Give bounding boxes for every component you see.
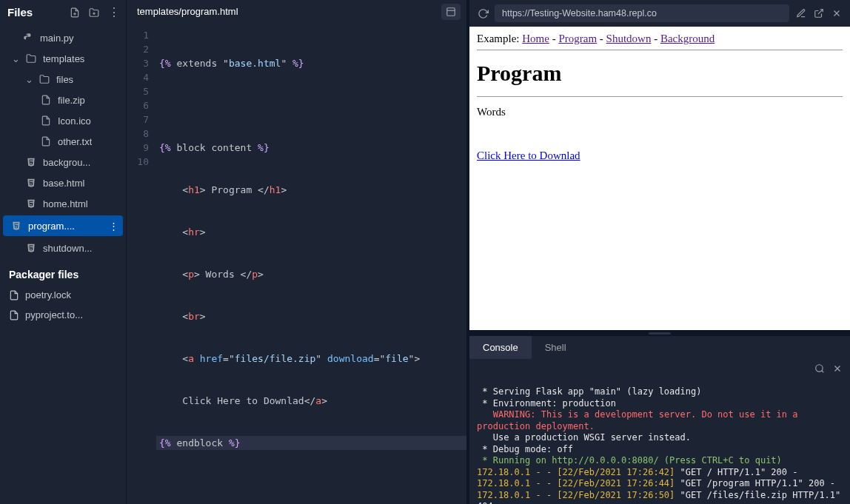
file-label: program....	[28, 221, 75, 232]
packager-header: Packager files	[0, 261, 126, 285]
browser-viewport: Example: Home - Program - Shutdown - Bac…	[469, 27, 850, 330]
new-folder-icon[interactable]	[89, 7, 99, 18]
file-icon	[9, 290, 19, 300]
editor-panel: templates/program.html 12345678910 {% ex…	[126, 0, 466, 504]
file-label: main.py	[40, 33, 74, 44]
file-file-zip[interactable]: file.zip	[0, 90, 126, 110]
python-icon	[22, 32, 34, 44]
svg-point-9	[816, 365, 823, 372]
hr	[477, 96, 843, 97]
example-label: Example:	[477, 33, 522, 44]
file-label: shutdown...	[43, 243, 93, 254]
file-base-html[interactable]: base.html	[0, 172, 126, 193]
file-program-html[interactable]: program.... ⋮	[3, 215, 123, 236]
download-link[interactable]: Click Here to Downlad	[477, 149, 580, 161]
tab-console[interactable]: Console	[469, 336, 532, 359]
line-gutter: 12345678910	[127, 24, 156, 504]
link-program[interactable]: Program	[558, 33, 597, 44]
tab-shell[interactable]: Shell	[532, 336, 580, 359]
file-label: pyproject.to...	[25, 309, 83, 320]
html-icon	[25, 242, 37, 254]
folder-icon	[25, 53, 37, 64]
console-output[interactable]: * Serving Flask app "main" (lazy loading…	[469, 359, 850, 504]
more-icon[interactable]: ⋮	[108, 7, 118, 18]
editor-tab[interactable]: templates/program.html	[127, 0, 249, 24]
page-heading: Program	[477, 61, 843, 86]
file-background-html[interactable]: backgrou...	[0, 152, 126, 172]
svg-line-10	[822, 371, 824, 373]
page-text: Words	[477, 106, 843, 118]
folder-templates[interactable]: ⌄ templates	[0, 48, 126, 69]
file-sidebar: Files ⋮ main.py ⌄ templates ⌄ files	[0, 0, 126, 504]
svg-line-6	[818, 10, 823, 14]
edit-url-icon[interactable]	[795, 7, 807, 19]
svg-rect-4	[447, 8, 455, 16]
link-home[interactable]: Home	[522, 33, 549, 44]
folder-label: files	[56, 74, 73, 85]
file-label: poetry.lock	[25, 289, 71, 300]
packager-poetry-lock[interactable]: poetry.lock	[0, 285, 126, 305]
file-label: file.zip	[58, 95, 85, 106]
file-more-icon[interactable]: ⋮	[109, 221, 118, 232]
file-label: backgrou...	[43, 157, 90, 168]
file-label: Icon.ico	[58, 115, 91, 127]
file-label: other.txt	[58, 136, 92, 147]
file-icon-ico[interactable]: Icon.ico	[0, 110, 126, 131]
file-other-txt[interactable]: other.txt	[0, 131, 126, 152]
console-search-icon[interactable]	[814, 363, 825, 374]
code-content[interactable]: {% extends "base.html" %} {% block conte…	[156, 24, 466, 504]
file-icon	[40, 94, 52, 106]
hr	[477, 50, 843, 50]
packager-pyproject[interactable]: pyproject.to...	[0, 305, 126, 325]
reload-icon[interactable]	[477, 7, 489, 19]
file-main-py[interactable]: main.py	[0, 27, 126, 48]
code-editor[interactable]: 12345678910 {% extends "base.html" %} {%…	[127, 24, 466, 504]
address-bar[interactable]: https://Testing-Website.ham48.repl.co	[495, 4, 789, 22]
file-label: base.html	[43, 178, 84, 189]
file-icon	[9, 310, 19, 320]
html-icon	[25, 156, 37, 168]
link-shutdown[interactable]: Shutdown	[606, 33, 652, 44]
link-background[interactable]: Background	[660, 33, 715, 44]
editor-layout-icon[interactable]	[441, 4, 461, 20]
new-file-icon[interactable]	[70, 7, 80, 18]
chevron-down-icon: ⌄	[25, 74, 33, 85]
folder-icon	[39, 73, 50, 85]
pane-splitter[interactable]	[469, 330, 850, 336]
close-preview-icon[interactable]	[831, 7, 843, 19]
file-home-html[interactable]: home.html	[0, 193, 126, 214]
console-clear-icon[interactable]	[832, 363, 843, 374]
file-icon	[40, 135, 52, 147]
folder-files[interactable]: ⌄ files	[0, 69, 126, 90]
html-icon	[25, 198, 37, 209]
files-header: Files	[7, 6, 33, 19]
open-external-icon[interactable]	[813, 7, 825, 19]
html-icon	[25, 177, 37, 189]
folder-label: templates	[43, 53, 84, 64]
preview-panel: https://Testing-Website.ham48.repl.co Ex…	[466, 0, 850, 504]
file-shutdown-html[interactable]: shutdown...	[0, 238, 126, 258]
file-label: home.html	[43, 198, 88, 209]
chevron-down-icon: ⌄	[12, 53, 19, 64]
file-icon	[40, 115, 52, 127]
html-icon	[10, 220, 22, 232]
